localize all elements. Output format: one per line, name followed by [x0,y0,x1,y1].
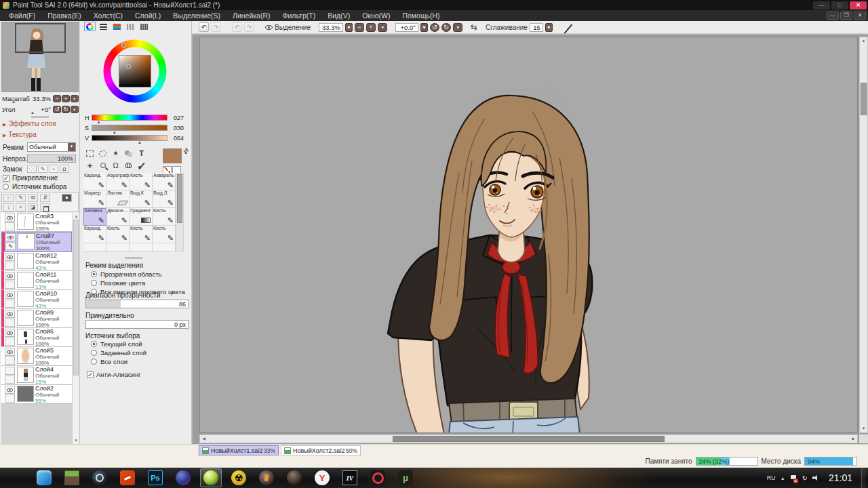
selection-source-option[interactable]: Все слои [91,358,190,365]
angle-dropdown[interactable]: ▼ [420,23,428,32]
app-dark-orb[interactable] [172,468,194,487]
selection-source-option[interactable]: Заданный слой [91,349,190,357]
shape-tool[interactable] [123,148,134,159]
menu-item[interactable]: Холст(C) [87,12,129,20]
radio-icon[interactable] [91,341,97,347]
hand-tool[interactable] [123,160,134,171]
force-input[interactable]: 0 px [85,320,189,329]
layer-edit-indicator[interactable] [5,375,15,384]
hue-slider[interactable]: ▲ [92,115,167,121]
hscroll-thumb[interactable] [393,436,665,442]
menu-item[interactable]: Помощь(H) [396,12,446,20]
selection-visibility-icon[interactable] [265,25,273,30]
navigator-preview[interactable] [1,22,79,92]
angle-value[interactable]: +0.0° [395,23,418,32]
zoom-value[interactable]: 33.3% [319,23,343,32]
app-counter-strike[interactable] [256,468,277,487]
rotate-cw-button[interactable]: ↻ [441,23,451,32]
radio-icon[interactable] [91,359,97,365]
delete-layer-button[interactable] [40,203,50,211]
layer-edit-indicator[interactable] [5,319,15,327]
document-tab[interactable]: НовыйХолст2.sai250% [281,445,361,455]
layer-visibility-toggle[interactable] [5,272,15,280]
zoom-reset-button[interactable]: ▪ [378,23,387,32]
brush-Аэрограф[interactable]: Аэрограф✎ [106,173,130,190]
brush-Заливка[interactable]: Заливка✎ [83,208,106,226]
swap-colors-icon[interactable]: ⇄ [181,146,191,156]
radio-icon[interactable] [91,350,97,356]
menu-item[interactable]: Окно(W) [356,12,396,20]
menu-item[interactable]: Слой(L) [129,12,167,20]
smoothing-dropdown[interactable]: ▼ [545,23,553,32]
zoom-dropdown[interactable]: ▼ [345,23,353,32]
app-photoshop[interactable]: Ps [144,468,166,487]
brush-Каранд.[interactable]: Каранд.✎ [83,173,106,190]
layer-edit-indicator[interactable] [5,338,15,346]
scroll-up-icon[interactable]: ▲ [860,37,867,45]
layer-effects-section[interactable]: ▶Эффекты слоя [3,120,56,127]
menu-item[interactable]: Вид(V) [321,12,356,20]
brush-Кисть[interactable]: Кисть✎ [106,226,130,243]
layer-visibility-toggle[interactable] [5,233,16,241]
scratchpad-tab[interactable] [138,22,150,31]
menu-item[interactable]: Файл(F) [3,12,41,20]
brush-Ластик[interactable]: Ластик [106,190,130,208]
undo-button[interactable]: ↶ [199,22,209,32]
nav-rotate-ccw-button[interactable]: ↺ [53,106,61,113]
sv-marker[interactable] [126,64,131,69]
app-trials[interactable] [117,468,138,487]
color-wheel-tab[interactable] [84,22,96,31]
new-layer-button[interactable]: ▫ [3,194,14,202]
scroll-down-icon[interactable]: ▼ [73,437,80,444]
app-active-green-orb[interactable] [200,468,222,487]
layer-row[interactable]: Слой4Обычный15% [1,366,72,385]
layer-edit-indicator[interactable] [5,300,15,308]
lock-all-icon[interactable]: ◘ [60,165,69,173]
rotate-reset-button[interactable]: ▪ [453,23,462,32]
layer-edit-indicator[interactable] [5,262,15,270]
scale-slider[interactable]: ▲ [12,100,16,104]
layer-row[interactable]: Слой9Обычный100% [1,309,72,328]
lock-alpha-icon[interactable] [27,165,37,173]
blend-mode-select[interactable]: Обычный▼ [27,142,76,152]
angle-slider[interactable]: ▲ [31,110,35,115]
canvas-viewport[interactable] [199,37,858,433]
selection-redo-button[interactable]: ↷ [244,22,254,32]
layer-edit-indicator[interactable] [5,281,15,289]
nav-zoom-in-button[interactable]: + [62,95,70,102]
rotate-ccw-button[interactable]: ↺ [430,23,439,32]
brush-Кисть[interactable]: Кисть✎ [153,226,176,243]
close-button[interactable]: ✕ [850,1,867,9]
menu-item[interactable]: Выделение(S) [167,12,226,20]
scroll-right-icon[interactable]: ▶ [850,435,857,443]
layer-row[interactable]: Слой6Обычный100% [1,328,72,347]
opacity-slider[interactable]: 100% [27,155,76,163]
layer-visibility-toggle[interactable] [5,214,15,222]
lock-move-icon[interactable]: + [49,165,58,173]
special-mode-button[interactable]: ● [62,194,72,202]
color-mixer-tab[interactable] [111,22,123,31]
nav-zoom-out-button[interactable]: − [53,95,61,102]
lock-draw-icon[interactable]: ✎ [38,165,47,173]
hue-marker[interactable] [121,43,126,47]
magic-wand-tool[interactable]: ✶ [110,148,121,159]
language-indicator[interactable]: RU [767,474,776,481]
lasso-tool[interactable] [97,148,108,159]
doc-close-button[interactable]: ✕ [854,12,866,20]
scroll-down-icon[interactable]: ▼ [860,425,867,432]
zoom-tool[interactable] [97,160,108,171]
add-layer-button[interactable]: + [16,203,26,211]
flip-horizontal-icon[interactable]: ⇆ [471,22,477,32]
layer-row[interactable]: ✎Слой7Обычный100% [1,232,72,252]
canvas-artwork[interactable] [200,37,858,433]
brush-Акварель[interactable]: Акварель✎ [153,173,176,190]
brush-Кисть[interactable]: Кисть✎ [130,173,153,190]
antialias-checkbox[interactable]: ✓ [87,371,94,378]
action-center-icon[interactable] [790,474,797,482]
eyedropper-tool[interactable] [136,160,147,171]
brush-Выд.К.[interactable]: Выд.К.✎ [130,190,153,208]
layer-row[interactable]: Слой5Обычный100% [1,347,72,366]
stroke-style-icon[interactable] [564,23,572,32]
text-tool[interactable]: T [136,148,147,159]
layer-row[interactable]: Слой12Обычный43% [1,252,72,271]
